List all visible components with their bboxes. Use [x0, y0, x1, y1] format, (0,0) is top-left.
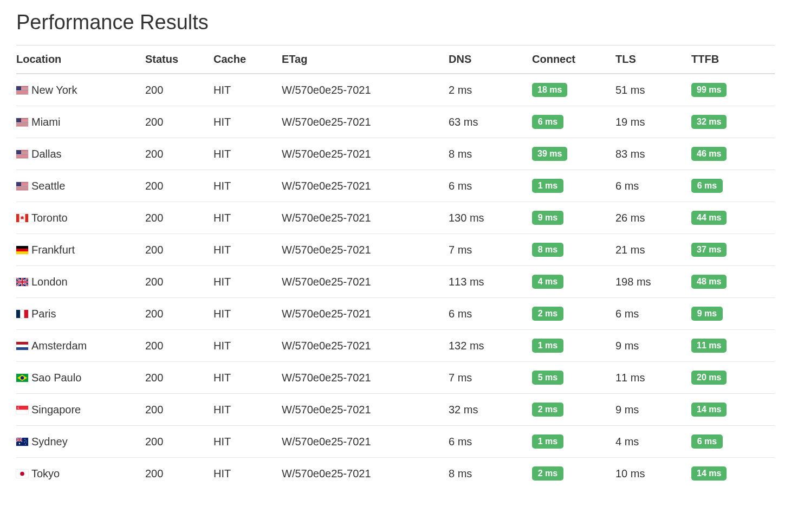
cell-dns: 6 ms: [449, 298, 532, 330]
location-name: Amsterdam: [31, 340, 87, 352]
cell-etag: W/570e0e25-7021: [282, 426, 449, 458]
flag-jp-icon: [16, 470, 28, 478]
cell-ttfb: 9 ms: [691, 298, 775, 330]
cell-dns: 63 ms: [449, 106, 532, 138]
flag-gb-icon: [16, 278, 28, 286]
location-name: New York: [31, 84, 77, 96]
cell-etag: W/570e0e25-7021: [282, 330, 449, 362]
cell-tls: 198 ms: [615, 266, 691, 298]
flag-us-icon: [16, 86, 28, 94]
cell-ttfb: 6 ms: [691, 426, 775, 458]
flag-nl-icon: [16, 342, 28, 350]
col-header-etag[interactable]: ETag: [282, 46, 449, 74]
col-header-dns[interactable]: DNS: [449, 46, 532, 74]
table-row: Dallas200HITW/570e0e25-70218 ms39 ms83 m…: [16, 138, 775, 170]
connect-badge: 1 ms: [532, 339, 563, 353]
col-header-cache[interactable]: Cache: [213, 46, 282, 74]
location-name: Toronto: [31, 212, 68, 224]
cell-location: Paris: [16, 298, 145, 330]
cell-location: Sao Paulo: [16, 362, 145, 394]
location-name: Tokyo: [31, 468, 60, 479]
cell-status: 200: [145, 362, 213, 394]
cell-location: Sydney: [16, 426, 145, 458]
ttfb-badge: 48 ms: [691, 275, 727, 289]
cell-tls: 9 ms: [615, 330, 691, 362]
flag-br-icon: [16, 374, 28, 382]
page-title: Performance Results: [16, 11, 775, 34]
cell-etag: W/570e0e25-7021: [282, 74, 449, 106]
cell-status: 200: [145, 426, 213, 458]
cell-cache: HIT: [213, 170, 282, 202]
cell-status: 200: [145, 266, 213, 298]
col-header-tls[interactable]: TLS: [615, 46, 691, 74]
cell-location: Frankfurt: [16, 234, 145, 266]
connect-badge: 18 ms: [532, 83, 567, 97]
cell-ttfb: 32 ms: [691, 106, 775, 138]
connect-badge: 4 ms: [532, 275, 563, 289]
connect-badge: 1 ms: [532, 179, 563, 193]
cell-status: 200: [145, 234, 213, 266]
ttfb-badge: 14 ms: [691, 403, 727, 417]
table-row: Miami200HITW/570e0e25-702163 ms6 ms19 ms…: [16, 106, 775, 138]
cell-etag: W/570e0e25-7021: [282, 234, 449, 266]
cell-status: 200: [145, 106, 213, 138]
col-header-status[interactable]: Status: [145, 46, 213, 74]
ttfb-badge: 20 ms: [691, 371, 727, 385]
location-name: Sao Paulo: [31, 372, 81, 384]
cell-etag: W/570e0e25-7021: [282, 298, 449, 330]
cell-location: Miami: [16, 106, 145, 138]
connect-badge: 1 ms: [532, 434, 563, 449]
col-header-location[interactable]: Location: [16, 46, 145, 74]
connect-badge: 6 ms: [532, 115, 563, 129]
ttfb-badge: 11 ms: [691, 339, 727, 353]
cell-etag: W/570e0e25-7021: [282, 266, 449, 298]
flag-sg-icon: [16, 406, 28, 414]
cell-etag: W/570e0e25-7021: [282, 394, 449, 426]
cell-tls: 21 ms: [615, 234, 691, 266]
cell-ttfb: 6 ms: [691, 170, 775, 202]
ttfb-badge: 14 ms: [691, 466, 727, 481]
table-row: Sao Paulo200HITW/570e0e25-70217 ms5 ms11…: [16, 362, 775, 394]
cell-etag: W/570e0e25-7021: [282, 202, 449, 234]
cell-cache: HIT: [213, 74, 282, 106]
cell-ttfb: 14 ms: [691, 458, 775, 490]
location-name: London: [31, 276, 68, 288]
flag-au-icon: [16, 438, 28, 446]
connect-badge: 2 ms: [532, 403, 563, 417]
table-row: Paris200HITW/570e0e25-70216 ms2 ms6 ms9 …: [16, 298, 775, 330]
cell-location: New York: [16, 74, 145, 106]
cell-etag: W/570e0e25-7021: [282, 138, 449, 170]
cell-dns: 8 ms: [449, 138, 532, 170]
table-row: Singapore200HITW/570e0e25-702132 ms2 ms9…: [16, 394, 775, 426]
table-header-row: Location Status Cache ETag DNS Connect T…: [16, 46, 775, 74]
cell-etag: W/570e0e25-7021: [282, 362, 449, 394]
location-name: Frankfurt: [31, 244, 75, 256]
cell-dns: 132 ms: [449, 330, 532, 362]
connect-badge: 2 ms: [532, 307, 563, 321]
col-header-connect[interactable]: Connect: [532, 46, 615, 74]
cell-status: 200: [145, 74, 213, 106]
cell-cache: HIT: [213, 394, 282, 426]
cell-connect: 2 ms: [532, 298, 615, 330]
flag-us-icon: [16, 118, 28, 126]
location-name: Seattle: [31, 180, 65, 192]
cell-connect: 39 ms: [532, 138, 615, 170]
cell-status: 200: [145, 202, 213, 234]
flag-de-icon: [16, 246, 28, 254]
ttfb-badge: 6 ms: [691, 434, 723, 449]
cell-connect: 6 ms: [532, 106, 615, 138]
cell-tls: 4 ms: [615, 426, 691, 458]
cell-dns: 8 ms: [449, 458, 532, 490]
cell-cache: HIT: [213, 106, 282, 138]
cell-location: Singapore: [16, 394, 145, 426]
cell-connect: 5 ms: [532, 362, 615, 394]
ttfb-badge: 6 ms: [691, 179, 723, 193]
cell-tls: 10 ms: [615, 458, 691, 490]
cell-tls: 6 ms: [615, 298, 691, 330]
cell-etag: W/570e0e25-7021: [282, 458, 449, 490]
table-row: New York200HITW/570e0e25-70212 ms18 ms51…: [16, 74, 775, 106]
cell-etag: W/570e0e25-7021: [282, 106, 449, 138]
cell-ttfb: 37 ms: [691, 234, 775, 266]
col-header-ttfb[interactable]: TTFB: [691, 46, 775, 74]
cell-location: Dallas: [16, 138, 145, 170]
